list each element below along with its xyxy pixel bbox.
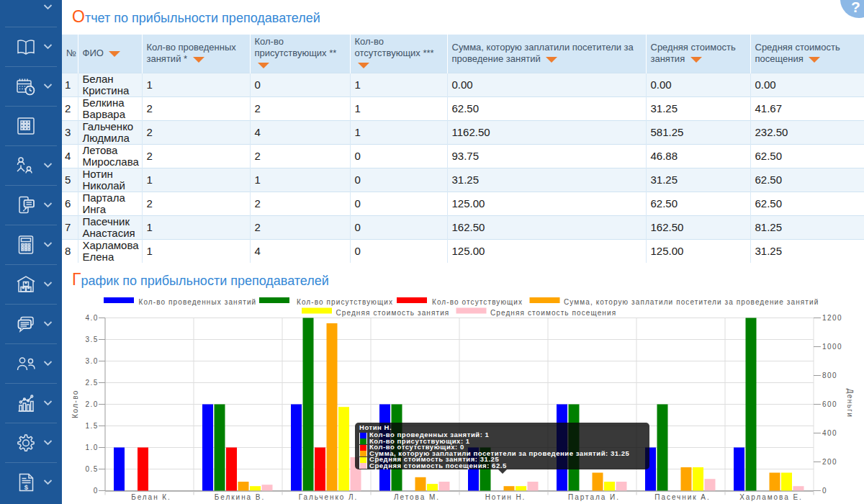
svg-text:Кол-во проведенных занятий: Кол-во проведенных занятий: [139, 298, 257, 306]
svg-text:2.5: 2.5: [86, 379, 99, 387]
svg-text:Гальченко Л.: Гальченко Л.: [299, 493, 359, 501]
svg-text:0.5: 0.5: [86, 465, 99, 473]
svg-text:1.0: 1.0: [86, 444, 99, 451]
svg-text:600: 600: [822, 400, 837, 408]
svg-text:Нотин Н.: Нотин Н.: [485, 493, 526, 501]
svg-text:400: 400: [822, 429, 837, 437]
svg-text:Харламова Е.: Харламова Е.: [739, 493, 803, 501]
svg-text:0: 0: [94, 487, 99, 495]
svg-text:800: 800: [822, 372, 837, 379]
svg-text:$: $: [24, 483, 29, 491]
svg-text:Белан К.: Белан К.: [131, 493, 171, 501]
svg-text:Летова М.: Летова М.: [394, 493, 440, 501]
svg-text:2.0: 2.0: [86, 400, 99, 408]
svg-text:Средняя стоимость посещения: Средняя стоимость посещения: [490, 309, 616, 317]
svg-text:0: 0: [822, 487, 827, 495]
svg-text:4.0: 4.0: [86, 314, 99, 322]
svg-text:1200: 1200: [822, 314, 842, 322]
svg-text:3.5: 3.5: [86, 336, 99, 343]
svg-text:Кол-во отсутствующих: Кол-во отсутствующих: [432, 298, 523, 306]
svg-text:1.5: 1.5: [86, 422, 99, 430]
svg-text:Белкина В.: Белкина В.: [215, 493, 265, 501]
svg-text:Партала И.: Партала И.: [568, 493, 620, 501]
svg-text:200: 200: [822, 458, 837, 466]
svg-text:1000: 1000: [822, 343, 842, 351]
svg-text:Деньги: Деньги: [846, 389, 854, 418]
svg-text:Кол-во: Кол-во: [71, 390, 79, 418]
svg-text:Пасечник А.: Пасечник А.: [654, 493, 710, 501]
svg-text:3.0: 3.0: [86, 357, 99, 365]
svg-text:Кол-во присутствующих: Кол-во присутствующих: [297, 298, 393, 306]
svg-text:Сумма, которую заплатили посет: Сумма, которую заплатили посетители за п…: [564, 298, 819, 306]
svg-text:Средняя стоимость занятия: Средняя стоимость занятия: [336, 309, 450, 317]
